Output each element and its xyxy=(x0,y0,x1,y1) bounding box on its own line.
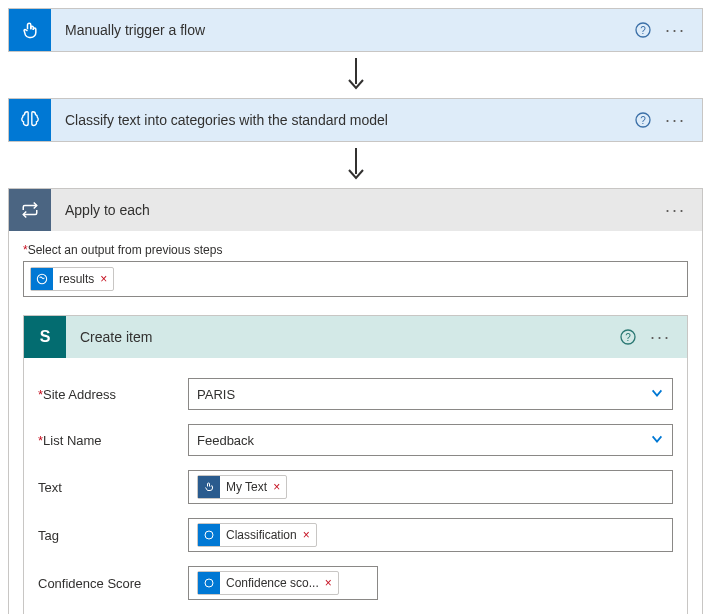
field-confidence: Confidence Score Confidence sco... × xyxy=(38,566,673,600)
create-item-body: *Site Address PARIS *List Name Feedback xyxy=(23,358,688,614)
classify-title: Classify text into categories with the s… xyxy=(51,112,635,128)
token-label: Confidence sco... xyxy=(226,576,319,590)
apply-to-each-card: Apply to each ··· xyxy=(8,188,703,231)
apply-to-each-header[interactable]: Apply to each ··· xyxy=(9,189,702,231)
hand-tap-icon xyxy=(198,476,220,498)
more-icon[interactable]: ··· xyxy=(661,20,690,41)
apply-to-each-body: *Select an output from previous steps re… xyxy=(8,231,703,614)
field-site-address: *Site Address PARIS xyxy=(38,378,673,410)
svg-text:?: ? xyxy=(640,115,646,126)
token-remove-icon[interactable]: × xyxy=(100,272,107,286)
site-address-select[interactable]: PARIS xyxy=(188,378,673,410)
more-icon[interactable]: ··· xyxy=(661,200,690,221)
help-icon[interactable]: ? xyxy=(635,22,651,38)
token-classification[interactable]: Classification × xyxy=(197,523,317,547)
list-name-select[interactable]: Feedback xyxy=(188,424,673,456)
trigger-card[interactable]: Manually trigger a flow ? ··· xyxy=(8,8,703,52)
svg-point-9 xyxy=(205,531,213,539)
tag-input[interactable]: Classification × xyxy=(188,518,673,552)
brain-icon xyxy=(9,99,51,141)
token-label: My Text xyxy=(226,480,267,494)
more-icon[interactable]: ··· xyxy=(646,327,675,348)
chevron-down-icon xyxy=(650,432,664,449)
help-icon[interactable]: ? xyxy=(620,329,636,345)
field-tag: Tag Classification × xyxy=(38,518,673,552)
hand-tap-icon xyxy=(9,9,51,51)
confidence-input[interactable]: Confidence sco... × xyxy=(188,566,378,600)
help-icon[interactable]: ? xyxy=(635,112,651,128)
trigger-title: Manually trigger a flow xyxy=(51,22,635,38)
token-remove-icon[interactable]: × xyxy=(273,480,280,494)
create-item-header[interactable]: S Create item ? ··· xyxy=(24,316,687,358)
arrow-connector xyxy=(8,58,703,92)
svg-point-10 xyxy=(205,579,213,587)
brain-icon xyxy=(198,524,220,546)
create-item-card: S Create item ? ··· *Site Address PARIS xyxy=(23,315,688,614)
token-remove-icon[interactable]: × xyxy=(325,576,332,590)
brain-icon xyxy=(31,268,53,290)
select-output-input[interactable]: results × xyxy=(23,261,688,297)
create-item-title: Create item xyxy=(66,329,620,345)
loop-icon xyxy=(9,189,51,231)
field-list-name: *List Name Feedback xyxy=(38,424,673,456)
token-label: results xyxy=(59,272,94,286)
svg-text:?: ? xyxy=(625,332,631,343)
chevron-down-icon xyxy=(650,386,664,403)
classify-card[interactable]: Classify text into categories with the s… xyxy=(8,98,703,142)
more-icon[interactable]: ··· xyxy=(661,110,690,131)
sharepoint-icon: S xyxy=(24,316,66,358)
token-label: Classification xyxy=(226,528,297,542)
token-my-text[interactable]: My Text × xyxy=(197,475,287,499)
arrow-connector xyxy=(8,148,703,182)
field-text: Text My Text × xyxy=(38,470,673,504)
svg-text:?: ? xyxy=(640,25,646,36)
text-input[interactable]: My Text × xyxy=(188,470,673,504)
token-results[interactable]: results × xyxy=(30,267,114,291)
brain-icon xyxy=(198,572,220,594)
apply-to-each-title: Apply to each xyxy=(51,202,661,218)
svg-point-6 xyxy=(37,274,46,283)
select-output-label: *Select an output from previous steps xyxy=(23,243,688,257)
classify-header: Classify text into categories with the s… xyxy=(9,99,702,141)
token-remove-icon[interactable]: × xyxy=(303,528,310,542)
token-confidence[interactable]: Confidence sco... × xyxy=(197,571,339,595)
trigger-header: Manually trigger a flow ? ··· xyxy=(9,9,702,51)
